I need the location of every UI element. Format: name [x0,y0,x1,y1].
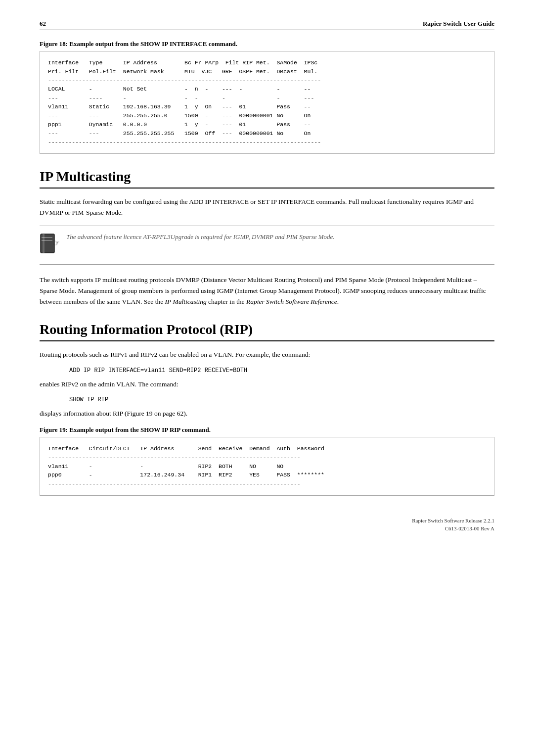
svg-text:☞: ☞ [52,238,59,248]
figure18-code: Interface Type IP Address Bc Fr PArp Fil… [40,51,494,154]
page-number: 62 [40,20,46,28]
rip-heading: Routing Information Protocol (RIP) [40,322,494,341]
page-header: 62 Rapier Switch User Guide [40,20,494,30]
note-text: The advanced feature licence AT-RPFL3Upg… [66,232,335,242]
rip-para2: enables RIPv2 on the admin VLAN. The com… [40,379,494,390]
footer-line1: Rapier Switch Software Release 2.2.1 [412,517,494,524]
figure18-label: Figure 18: Example output from the SHOW … [40,40,494,48]
ip-multicasting-heading: IP Multicasting [40,169,494,189]
figure19-code: Interface Circuit/DLCI IP Address Send R… [40,437,494,496]
page: 62 Rapier Switch User Guide Figure 18: E… [0,0,534,547]
rip-command2: SHOW IP RIP [69,396,494,403]
figure19-label: Figure 19: Example output from the SHOW … [40,426,494,434]
page-footer: Rapier Switch Software Release 2.2.1 C61… [412,517,494,532]
rip-para3: displays information about RIP (Figure 1… [40,408,494,419]
svg-rect-2 [42,237,52,238]
ip-multicasting-para1: Static multicast forwarding can be confi… [40,196,494,218]
svg-rect-3 [42,240,52,241]
header-title: Rapier Switch User Guide [423,20,494,28]
note-icon: ☞ [40,233,59,258]
rip-command1: ADD IP RIP INTERFACE=vlan11 SEND=RIP2 RE… [69,367,494,374]
note-box: ☞ The advanced feature licence AT-RPFL3U… [40,226,494,265]
rip-para1: Routing protocols such as RIPv1 and RIPv… [40,349,494,360]
footer-line2: C613-02013-00 Rev A [412,525,494,532]
ip-multicasting-para2: The switch supports IP multicast routing… [40,275,494,307]
svg-rect-1 [43,234,44,253]
note-svg-icon: ☞ [40,233,59,255]
